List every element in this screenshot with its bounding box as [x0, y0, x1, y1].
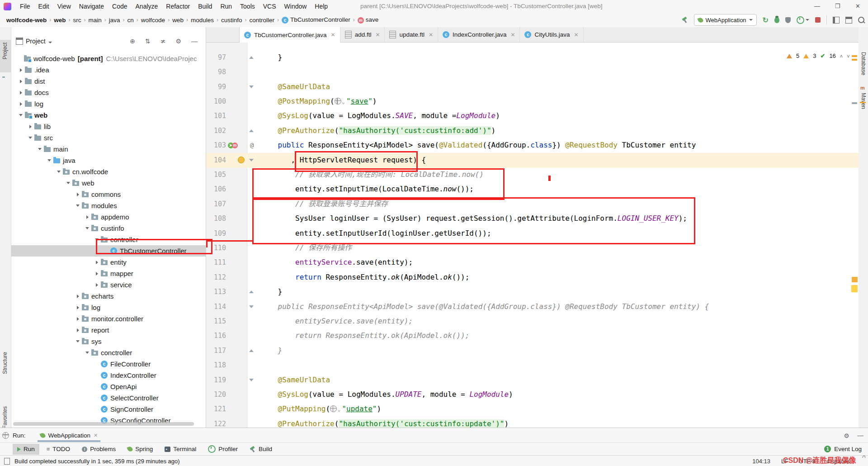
tree-item-FileController[interactable]: cFileController [11, 358, 206, 370]
tree-item-custinfo[interactable]: custinfo [11, 223, 206, 234]
maximize-button[interactable]: ❐ [827, 0, 848, 13]
expand-arrow-icon[interactable] [17, 102, 25, 106]
expand-arrow-icon[interactable] [74, 193, 82, 196]
coverage-button[interactable] [785, 17, 791, 23]
profiler-chevron-icon[interactable] [806, 19, 809, 21]
code-line-111[interactable]: 111entityService.save(entity); [206, 255, 859, 270]
collapse-arrow-icon[interactable] [17, 114, 25, 116]
tree-item-conctroller[interactable]: conctroller [11, 347, 206, 358]
tree-item-OpenApi[interactable]: cOpenApi [11, 381, 206, 392]
fold-start-icon[interactable] [249, 300, 254, 314]
close-icon[interactable]: ✕ [94, 433, 98, 438]
menu-item-file[interactable]: File [16, 3, 34, 10]
expand-arrow-icon[interactable] [74, 317, 82, 321]
menu-item-window[interactable]: Window [280, 3, 311, 10]
menu-item-analyze[interactable]: Analyze [132, 3, 162, 10]
tree-item-log[interactable]: log [11, 98, 206, 109]
code-line-101[interactable]: 101@SysLog(value = LogModules.SAVE, modu… [206, 109, 859, 123]
menu-item-code[interactable]: Code [108, 3, 131, 10]
tree-item-sys[interactable]: sys [11, 336, 206, 347]
expand-arrow-icon[interactable] [74, 295, 82, 298]
code-line-121[interactable]: 121@PutMapping(⌄"update") [206, 402, 859, 416]
tab-close-icon[interactable]: ✕ [510, 32, 515, 38]
run-config-selector[interactable]: WebApplication [694, 14, 757, 26]
tree-item-web[interactable]: web [11, 177, 206, 189]
layout-icon[interactable] [833, 17, 840, 24]
collapse-arrow-icon[interactable] [26, 137, 34, 139]
breadcrumb-item-modules[interactable]: modules [190, 17, 215, 24]
breadcrumb-item-controller[interactable]: controller [248, 17, 275, 24]
breadcrumb-item-java[interactable]: java [108, 17, 121, 24]
tab-TbCustomerController.java[interactable]: cTbCustomerController.java✕ [239, 27, 340, 43]
run-tab-webapplication[interactable]: WebApplication ✕ [38, 428, 101, 443]
tree-item-docs[interactable]: docs [11, 87, 206, 98]
menu-item-tools[interactable]: Tools [236, 3, 259, 10]
breadcrumb-item-main[interactable]: main [88, 17, 103, 24]
project-panel-header[interactable]: Project ⊕ ⇅ ≭ ⚙ — [11, 34, 206, 48]
expand-arrow-icon[interactable] [93, 272, 101, 276]
status-item-10413[interactable]: 104:13 [752, 458, 770, 465]
code-line-118[interactable]: 118 [206, 358, 859, 372]
collapse-all-icon[interactable]: ≭ [160, 38, 166, 45]
expand-arrow-icon[interactable] [93, 261, 101, 264]
code-line-112[interactable]: 112return ResponseEntity.ok(ApiModel.ok(… [206, 270, 859, 285]
error-stripe-mark[interactable] [852, 59, 857, 61]
tree-item-entity[interactable]: entity [11, 257, 206, 268]
tab-IndexController.java[interactable]: cIndexController.java✕ [438, 27, 520, 42]
rerun-button[interactable]: ↻ [763, 16, 769, 24]
build-hammer-icon[interactable] [682, 17, 688, 23]
chevron-up-icon[interactable]: ˄ [840, 53, 843, 59]
menu-item-vcs[interactable]: VCS [259, 3, 280, 10]
chevron-down-icon[interactable] [48, 42, 52, 43]
annotation-gutter-icon[interactable]: @ [250, 138, 254, 152]
expand-arrow-icon[interactable] [17, 91, 25, 95]
breadcrumb-item-src[interactable]: src [72, 17, 82, 24]
error-stripe-mark[interactable] [852, 277, 858, 282]
code-line-102[interactable]: 102@PreAuthorize("hasAuthority('cust:cus… [206, 124, 859, 138]
error-stripe-mark[interactable] [851, 285, 858, 292]
collapse-arrow-icon[interactable] [45, 159, 53, 162]
expand-arrow-icon[interactable] [17, 68, 25, 72]
intention-bulb-icon[interactable] [238, 153, 245, 167]
menu-item-view[interactable]: View [53, 3, 75, 10]
tree-item-commons[interactable]: commons [11, 189, 206, 200]
menu-item-build[interactable]: Build [194, 3, 216, 10]
breadcrumb-item-TbCustomerController[interactable]: cTbCustomerController [281, 16, 351, 24]
tab-CityUtils.java[interactable]: cCityUtils.java✕ [520, 27, 583, 42]
tab-update.ftl[interactable]: update.ftl✕ [385, 27, 438, 42]
tab-close-icon[interactable]: ✕ [331, 32, 335, 38]
hide-icon[interactable]: — [858, 432, 864, 439]
event-log[interactable]: 1 Event Log [824, 446, 862, 452]
tree-item-report[interactable]: report [11, 324, 206, 336]
chevron-down-icon[interactable]: ˅ [847, 53, 849, 59]
tree-item-java[interactable]: java [11, 155, 206, 166]
toolwindow-button-problems[interactable]: !Problems [77, 444, 120, 455]
fold-start-icon[interactable] [249, 153, 254, 167]
code-line-100[interactable]: 100@PostMapping(⌄"save") [206, 94, 859, 109]
breadcrumb-item-save[interactable]: msave [357, 16, 380, 24]
menu-item-edit[interactable]: Edit [34, 3, 53, 10]
code-line-99[interactable]: 99@SameUrlData [206, 80, 859, 94]
tool-stripe-database[interactable]: Database [860, 52, 867, 75]
tree-item-web[interactable]: web [11, 109, 206, 121]
url-inlay[interactable]: ⌄ [335, 97, 346, 105]
hide-panel-icon[interactable]: — [191, 38, 198, 45]
tool-stripe-structure[interactable]: Structure [2, 352, 8, 374]
code-line-120[interactable]: 120@SysLog(value = LogModules.UPDATE, mo… [206, 387, 859, 402]
tool-stripe-project[interactable]: Project [2, 43, 8, 59]
tab-close-icon[interactable]: ✕ [375, 32, 380, 38]
expand-arrow-icon[interactable] [93, 283, 101, 287]
tree-item-.idea[interactable]: .idea [11, 64, 206, 76]
tree-item-src[interactable]: src [11, 132, 206, 143]
collapse-arrow-icon[interactable] [83, 352, 91, 354]
code-line-116[interactable]: 116return ResponseEntity.ok(ApiModel.ok(… [206, 328, 859, 343]
breadcrumb-item-custinfo[interactable]: custinfo [220, 17, 243, 24]
collapse-arrow-icon[interactable] [36, 148, 44, 150]
tab-close-icon[interactable]: ✕ [429, 32, 433, 38]
fold-end-icon[interactable] [249, 285, 254, 299]
fold-end-icon[interactable] [249, 50, 254, 65]
menu-item-refactor[interactable]: Refactor [162, 3, 194, 10]
code-line-98[interactable]: 98 [206, 65, 859, 79]
toolwindow-button-spring[interactable]: Spring [123, 444, 157, 455]
expand-arrow-icon[interactable] [74, 306, 82, 309]
